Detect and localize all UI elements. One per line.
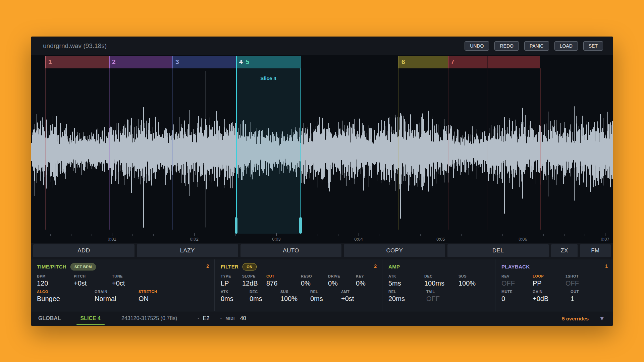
param-value[interactable]: 100% [459, 280, 476, 287]
ruler-tick [174, 234, 174, 236]
param-grain: GRAINNormal [95, 290, 139, 303]
param-label: REL [310, 290, 341, 294]
desktop-background: undrgrnd.wav (93.18s) UNDOREDOPANICLOADS… [0, 0, 644, 362]
slice-header-1[interactable]: 1 [45, 56, 109, 68]
param-row: REVOFFLOOPPP1SHOTOFF [501, 274, 613, 287]
selected-slice-region[interactable] [236, 56, 301, 234]
param-value[interactable]: LP [221, 280, 242, 287]
bullet-separator-icon: · [220, 315, 222, 322]
ruler-label: 0:06 [519, 237, 527, 242]
ruler-tick [461, 234, 462, 236]
param-dec: DEC0ms [250, 290, 280, 303]
param-value[interactable]: +0st [341, 295, 354, 303]
param-value[interactable]: 12dB [242, 280, 266, 287]
set-bpm-button[interactable]: SET BPM [70, 263, 96, 270]
param-label: LOOP [533, 274, 566, 278]
param-value[interactable]: 0 [501, 295, 533, 303]
slice-number: 6 [401, 58, 405, 66]
toolbar-button-auto[interactable]: AUTO [240, 244, 342, 257]
titlebar-button-undo[interactable]: UNDO [465, 41, 489, 51]
param-value[interactable]: OFF [566, 280, 579, 287]
param-value[interactable]: PP [533, 280, 566, 287]
param-value[interactable]: 20ms [388, 295, 426, 303]
ruler-tick [276, 233, 277, 236]
toolbar-button-lazy[interactable]: LAZY [137, 244, 238, 257]
slice-header-divider [487, 56, 488, 68]
param-rel: REL0ms [310, 290, 341, 303]
slice-boundary [109, 68, 110, 230]
panel-title-filter: FILTER [221, 264, 238, 269]
titlebar-button-panic[interactable]: PANIC [524, 41, 549, 51]
param-label: ATK [388, 274, 424, 278]
param-value[interactable]: 0ms [310, 295, 341, 303]
override-count-badge: 1 [605, 263, 608, 269]
slice-number: 1 [48, 58, 52, 66]
param-value[interactable]: ON [139, 295, 157, 303]
midi-label: MIDI [226, 316, 235, 321]
ruler-label: 0:07 [601, 237, 609, 242]
tab-global[interactable]: GLOBAL [38, 315, 61, 321]
param-value[interactable]: 876 [266, 280, 301, 287]
toolbar-button-zx[interactable]: ZX [551, 244, 578, 257]
slice-header-7[interactable]: 7 [448, 56, 540, 68]
slice-header-4[interactable]: 45 [236, 56, 301, 68]
overrides-count[interactable]: 5 overrides [562, 316, 589, 321]
slice-header-3[interactable]: 3 [172, 56, 236, 68]
slice-boundary [172, 68, 173, 230]
slice-number: 7 [451, 58, 454, 66]
toolbar-button-add[interactable]: ADD [33, 244, 135, 257]
param-value[interactable]: Bungee [37, 295, 95, 303]
param-value[interactable]: 0ms [221, 295, 250, 303]
param-value[interactable]: +0ct [112, 280, 125, 287]
toolbar-button-copy[interactable]: COPY [344, 244, 445, 257]
param-value[interactable]: OFF [426, 295, 440, 303]
param-value[interactable]: +0st [74, 280, 112, 287]
param-label: SUS [280, 290, 310, 294]
note-value[interactable]: E2 [203, 315, 210, 321]
param-value[interactable]: 0ms [250, 295, 280, 303]
param-label: KEY [356, 274, 366, 278]
tab-slice-4[interactable]: SLICE 4 [80, 315, 101, 321]
ruler-tick [379, 234, 379, 236]
param-row: TYPELPSLOPE12dBCUT876RESO0%DRIVE0%KEY0% [221, 274, 382, 287]
slice-header-2[interactable]: 2 [109, 56, 172, 68]
override-count-badge: 2 [206, 263, 209, 269]
param-value[interactable]: 5ms [388, 280, 424, 287]
titlebar-button-redo[interactable]: REDO [494, 41, 519, 51]
slice-number: 2 [112, 58, 116, 66]
midi-value[interactable]: 40 [240, 315, 246, 321]
ruler-label: 0:02 [190, 237, 198, 242]
ruler-tick [543, 234, 544, 236]
param-value[interactable]: 0% [301, 280, 328, 287]
filter-on-toggle[interactable]: ON [243, 263, 256, 270]
ruler-tick [400, 234, 400, 236]
param-value[interactable]: 0% [356, 280, 366, 287]
param-value[interactable]: OFF [501, 280, 533, 287]
param-label: CUT [266, 274, 301, 278]
param-pitch: PITCH+0st [74, 274, 112, 287]
param-label: REL [388, 290, 426, 294]
param-value[interactable]: 120 [37, 280, 74, 287]
titlebar-button-set[interactable]: SET [583, 41, 603, 51]
param-value[interactable]: 1 [571, 295, 579, 303]
slice-header-6[interactable]: 6 [398, 56, 448, 68]
param-value[interactable]: 0% [328, 280, 356, 287]
toolbar: ADDLAZYAUTOCOPYDELZXFM [33, 244, 611, 257]
ruler-tick [132, 234, 133, 236]
param-key: KEY0% [356, 274, 366, 287]
param-value[interactable]: Normal [95, 295, 139, 303]
param-value[interactable]: 100% [280, 295, 310, 303]
param-label: MUTE [501, 290, 533, 294]
param-label: GAIN [533, 290, 571, 294]
param-value[interactable]: 100ms [424, 280, 459, 287]
titlebar-button-load[interactable]: LOAD [554, 41, 578, 51]
toolbar-button-fm[interactable]: FM [580, 244, 611, 257]
param-value[interactable]: +0dB [533, 295, 571, 303]
collapse-triangle-icon[interactable]: ▼ [599, 315, 605, 322]
param-sus: SUS100% [280, 290, 310, 303]
waveform-area[interactable]: 1234567 Slice 4 0:010:020:030:040:050:06… [31, 55, 613, 243]
toolbar-button-del[interactable]: DEL [447, 244, 549, 257]
param-label: PITCH [74, 274, 112, 278]
param-label: SLOPE [242, 274, 266, 278]
param-rel: REL20ms [388, 290, 426, 303]
